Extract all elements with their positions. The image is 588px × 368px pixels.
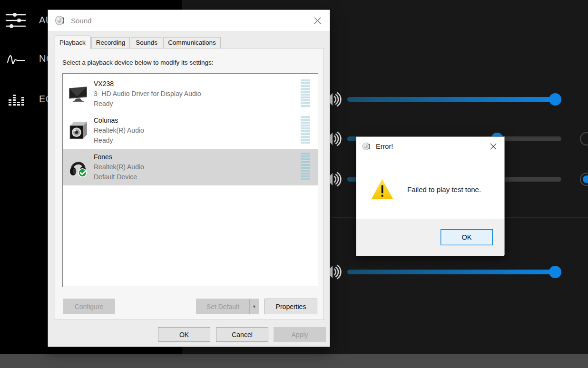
set-default-split-button[interactable]: Set Default ▼ — [196, 299, 259, 314]
properties-button[interactable]: Properties — [265, 299, 317, 314]
device-name: VX238 — [94, 79, 201, 89]
device-row-vx238[interactable]: VX238 3- HD Audio Driver for Display Aud… — [63, 76, 318, 112]
volume-slider-thumb[interactable] — [549, 266, 561, 278]
volume-slider-fill — [347, 97, 555, 102]
warning-triangle-icon — [371, 178, 394, 200]
sidebar-item-equalizer[interactable]: EQ — [8, 91, 26, 109]
mixer-sliders-icon — [5, 11, 27, 29]
dialog-title: Sound — [71, 17, 91, 25]
level-meter — [301, 116, 310, 144]
tab-communications[interactable]: Communications — [163, 37, 221, 48]
tab-strip: Playback Recording Sounds Communications — [55, 36, 221, 48]
close-icon[interactable] — [310, 14, 325, 27]
sound-dialog: Sound Playback Recording Sounds Communic… — [48, 10, 330, 347]
device-status: Default Device — [94, 172, 144, 182]
device-row-colunas[interactable]: Colunas Realtek(R) Audio Ready — [63, 112, 318, 149]
sidebar-item-noise[interactable]: NO — [7, 51, 26, 69]
error-ok-button[interactable]: OK — [441, 229, 493, 245]
volume-row-4 — [323, 262, 588, 281]
speaker-app-icon — [362, 142, 372, 151]
chevron-down-icon[interactable]: ▼ — [249, 299, 259, 314]
tab-sounds[interactable]: Sounds — [131, 37, 162, 48]
apply-button[interactable]: Apply — [274, 327, 326, 342]
volume-slider[interactable] — [347, 270, 561, 274]
output-radio-unselected[interactable] — [580, 132, 588, 145]
volume-slider-fill — [347, 270, 555, 274]
level-meter — [301, 79, 310, 107]
sound-dialog-titlebar[interactable]: Sound — [48, 10, 330, 31]
volume-slider-thumb[interactable] — [549, 93, 561, 106]
tab-playback[interactable]: Playback — [55, 36, 90, 49]
error-dialog-titlebar[interactable]: Error! — [356, 137, 504, 156]
device-description: Realtek(R) Audio — [94, 162, 144, 172]
device-description: 3- HD Audio Driver for Display Audio — [94, 89, 201, 99]
configure-button[interactable]: Configure — [63, 299, 115, 314]
monitor-icon — [67, 83, 89, 105]
close-icon[interactable] — [486, 140, 500, 153]
volume-row-1 — [323, 90, 588, 109]
volume-slider[interactable] — [347, 97, 561, 102]
error-message: Failed to play test tone. — [407, 185, 481, 194]
headphones-icon — [67, 156, 89, 178]
level-meter — [301, 153, 310, 181]
playback-device-list: VX238 3- HD Audio Driver for Display Aud… — [62, 73, 318, 287]
device-status: Ready — [94, 136, 144, 145]
output-radio-selected[interactable] — [580, 173, 588, 186]
error-dialog-title: Error! — [376, 143, 393, 150]
speaker-app-icon — [55, 15, 66, 26]
error-dialog: Error! Failed to play test tone. OK — [356, 136, 505, 255]
loudspeaker-icon — [67, 120, 89, 142]
tab-recording[interactable]: Recording — [91, 37, 130, 48]
equalizer-bars-icon — [8, 91, 26, 109]
playback-tab-page: Select a playback device below to modify… — [55, 48, 324, 320]
set-default-button[interactable]: Set Default — [196, 299, 249, 314]
device-name: Colunas — [94, 116, 144, 126]
device-row-fones[interactable]: Fones Realtek(R) Audio Default Device — [63, 149, 318, 185]
instruction-text: Select a playback device below to modify… — [62, 59, 213, 66]
waveform-icon — [7, 51, 26, 69]
bottom-taskbar-strip — [0, 354, 588, 368]
device-description: Realtek(R) Audio — [94, 126, 144, 136]
device-status: Ready — [94, 99, 201, 109]
sidebar-item-audio[interactable]: AU — [5, 11, 27, 29]
ok-button[interactable]: OK — [158, 327, 210, 342]
cancel-button[interactable]: Cancel — [216, 327, 268, 342]
device-name: Fones — [94, 152, 144, 162]
